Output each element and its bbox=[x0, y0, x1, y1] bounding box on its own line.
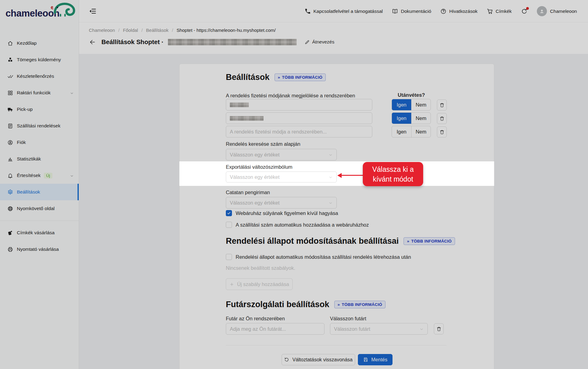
sidebar-item-label: Raktári funkciók bbox=[17, 90, 51, 96]
more-info-badge[interactable]: »TÖBB INFORMÁCIÓ bbox=[334, 301, 386, 308]
order-search-label: Rendelés keresése szám alapján bbox=[226, 141, 300, 147]
sidebar-menu: KezdőlapTömeges küldeményKészletellenőrz… bbox=[0, 35, 79, 217]
checkbox[interactable] bbox=[226, 222, 232, 228]
refresh-icon[interactable] bbox=[521, 8, 528, 15]
sidebar-item-nyomtato-vasarlasa[interactable]: Nyomtató vásárlása bbox=[0, 241, 79, 258]
user-icon bbox=[7, 140, 13, 145]
add-rule-button[interactable]: Új szabály hozzáadása bbox=[226, 278, 293, 290]
delete-courier-button[interactable] bbox=[434, 323, 444, 334]
payment-method-input[interactable] bbox=[230, 129, 368, 135]
breadcrumb-item[interactable]: Főoldal bbox=[123, 28, 138, 33]
sidebar-item-nyomkoveto-oldal[interactable]: Nyomkövető oldal bbox=[0, 200, 79, 217]
breadcrumb-separator: / bbox=[172, 28, 173, 33]
export-symbol-select[interactable]: Válasszon egy értéket bbox=[226, 171, 337, 183]
rename-button[interactable]: Átnevezés bbox=[305, 39, 334, 45]
save-button[interactable]: Mentés bbox=[358, 354, 393, 365]
sidebar-item-label: Szállítási rendelések bbox=[17, 123, 60, 129]
chameleon-logo-icon bbox=[48, 1, 76, 17]
question-circle-icon bbox=[440, 8, 446, 14]
breadcrumb-separator: / bbox=[141, 28, 142, 33]
no-rules-text: Nincsenek beállított szabályok. bbox=[226, 265, 295, 271]
sidebar-item-keszletellenorzes[interactable]: Készletellenőrzés bbox=[0, 68, 79, 85]
sidebar-item-label: Tömeges küldemény bbox=[17, 57, 61, 62]
cod-toggle: IgenNem bbox=[392, 126, 431, 137]
page-title: Beállítások Shoptet · bbox=[101, 38, 164, 46]
checkbox-auto-tracking[interactable]: A szállítási szám automatikus hozzáadása… bbox=[226, 222, 369, 228]
double-angle-icon: » bbox=[407, 239, 409, 243]
sidebar-item-label: Pick-up bbox=[17, 107, 33, 112]
payment-method-input-wrap[interactable] bbox=[226, 99, 372, 111]
more-info-badge[interactable]: »TÖBB INFORMÁCIÓ bbox=[404, 237, 455, 245]
shipping-note-select[interactable]: Válasszon egy értéket bbox=[226, 197, 337, 209]
more-info-badge[interactable]: »TÖBB INFORMÁCIÓ bbox=[275, 73, 326, 81]
sidebar-item-label: Beállítások bbox=[17, 189, 40, 195]
section-title-settings: Beállítások bbox=[226, 73, 270, 82]
sidebar-item-tomeges-kuldemeny[interactable]: Tömeges küldemény bbox=[0, 51, 79, 68]
user-menu[interactable]: Chameleoon bbox=[537, 6, 577, 16]
pencil-icon bbox=[305, 40, 310, 45]
sidebar-item-fiok[interactable]: Fiók bbox=[0, 134, 79, 151]
redacted-value bbox=[230, 116, 264, 121]
revert-changes-button[interactable]: Változtatások visszavonása bbox=[282, 354, 355, 365]
breadcrumb-item[interactable]: Beállítások bbox=[146, 28, 169, 33]
chevron-down-icon bbox=[419, 327, 424, 331]
phone-icon bbox=[305, 8, 311, 14]
choose-courier-select[interactable]: Válasszon futárt bbox=[330, 323, 428, 335]
grid-icon bbox=[7, 90, 13, 96]
checkbox-ignore-weight[interactable]: Webáruház súlyának figyelmen kívül hagyá… bbox=[226, 210, 338, 216]
label-roll-icon bbox=[7, 230, 13, 236]
sidebar-item-cimkek-vasarlasa[interactable]: Címkék vásárlása bbox=[0, 224, 79, 241]
book-icon bbox=[392, 8, 398, 14]
checkbox-auto-status[interactable]: Rendelési állapot automatikus módosítása… bbox=[226, 254, 411, 260]
checkbox[interactable] bbox=[226, 210, 232, 216]
sidebar-item-ertesitesek[interactable]: ÉrtesítésekÚj bbox=[0, 167, 79, 184]
sidebar-item-label: Fiók bbox=[17, 140, 26, 145]
section-title-courier: Futárszolgálati beállítások bbox=[226, 300, 329, 309]
chevron-down-icon bbox=[328, 201, 333, 205]
payment-method-input-wrap[interactable] bbox=[226, 112, 372, 124]
cod-yes-button[interactable]: Igen bbox=[392, 126, 411, 137]
sidebar-divider bbox=[0, 220, 79, 221]
sidebar-item-statisztikak[interactable]: Statisztikák bbox=[0, 151, 79, 167]
order-search-select[interactable]: Válasszon egy értéket bbox=[226, 149, 337, 160]
sidebar-item-label: Címkék vásárlása bbox=[17, 230, 55, 235]
delete-row-button[interactable] bbox=[437, 100, 447, 111]
cart-icon bbox=[487, 8, 493, 14]
sidebar-item-label: Statisztikák bbox=[17, 156, 41, 162]
topbar: Kapcsolatfelvétel a támogatássalDokument… bbox=[79, 0, 588, 22]
double-check-icon bbox=[7, 73, 13, 79]
delete-row-button[interactable] bbox=[437, 126, 447, 137]
menu-fold-icon[interactable] bbox=[89, 7, 97, 15]
topnav-kapcsolatfelvetel-a-tamogatassal[interactable]: Kapcsolatfelvétel a támogatással bbox=[305, 8, 383, 14]
sidebar-item-pick-up[interactable]: Pick-up bbox=[0, 101, 79, 118]
breadcrumb-current: Shoptet - https://chameleoon-hu.myshopte… bbox=[176, 28, 276, 33]
home-icon bbox=[7, 40, 13, 46]
cod-no-button[interactable]: Nem bbox=[411, 126, 431, 137]
title-row: Beállítások Shoptet · Átnevezés bbox=[89, 38, 334, 46]
delete-row-button[interactable] bbox=[437, 113, 447, 124]
cod-yes-button[interactable]: Igen bbox=[392, 99, 411, 110]
cod-yes-button[interactable]: Igen bbox=[392, 113, 411, 124]
notification-dot bbox=[526, 7, 529, 10]
topnav-cimkek[interactable]: Címkék bbox=[487, 8, 512, 14]
choose-courier-label: Válasszon futárt bbox=[330, 316, 366, 322]
checkbox[interactable] bbox=[226, 254, 232, 260]
payment-method-label: A rendelés fizetési módjának megjelölése… bbox=[226, 93, 355, 99]
breadcrumb: Chameleoon/Főoldal/Beállítások/Shoptet -… bbox=[89, 28, 276, 33]
sidebar-item-raktari-funkciok[interactable]: Raktári funkciók bbox=[0, 85, 79, 101]
topbar-nav: Kapcsolatfelvétel a támogatássalDokument… bbox=[305, 0, 577, 22]
sidebar-item-label: Nyomkövető oldal bbox=[17, 206, 55, 211]
back-arrow-icon[interactable] bbox=[89, 39, 96, 46]
topnav-dokumentacio[interactable]: Dokumentáció bbox=[392, 8, 431, 14]
breadcrumb-item[interactable]: Chameleoon bbox=[89, 28, 115, 33]
callout-arrow bbox=[341, 175, 363, 176]
sidebar-item-kezdolap[interactable]: Kezdőlap bbox=[0, 35, 79, 51]
topnav-hivatkozasok[interactable]: Hivatkozások bbox=[440, 8, 477, 14]
sidebar-item-beallitasok[interactable]: Beállítások bbox=[0, 184, 79, 200]
cod-no-button[interactable]: Nem bbox=[411, 99, 431, 110]
payment-method-input-wrap[interactable] bbox=[226, 126, 372, 137]
sidebar-item-szallitasi-rendelesek[interactable]: Szállítási rendelések bbox=[0, 118, 79, 134]
double-angle-icon: » bbox=[278, 75, 280, 80]
system-courier-input[interactable] bbox=[230, 326, 321, 332]
cod-no-button[interactable]: Nem bbox=[411, 113, 431, 124]
